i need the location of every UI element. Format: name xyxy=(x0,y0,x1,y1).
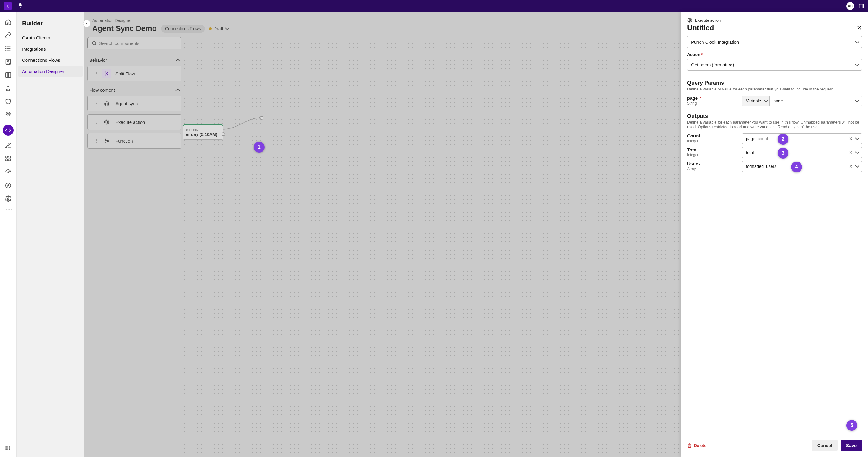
function-icon xyxy=(102,136,111,145)
status-dot-icon xyxy=(209,27,212,30)
home-icon[interactable] xyxy=(5,19,11,25)
drag-handle-icon[interactable]: ⋮⋮ xyxy=(91,71,98,76)
code-icon[interactable] xyxy=(3,125,13,136)
svg-marker-30 xyxy=(258,117,261,119)
notifications-icon[interactable] xyxy=(18,3,23,10)
link-icon[interactable] xyxy=(5,32,11,38)
extensions-icon[interactable] xyxy=(5,156,11,162)
chevron-down-icon xyxy=(764,98,768,102)
flow-edge xyxy=(221,116,264,131)
split-icon xyxy=(102,69,111,78)
component-split-flow[interactable]: ⋮⋮ Split Flow xyxy=(87,66,181,82)
trash-icon xyxy=(687,443,692,448)
action-label: Action* xyxy=(687,52,862,57)
globe-icon xyxy=(102,118,111,127)
outputs-title: Outputs xyxy=(687,113,862,119)
execute-action-panel: Execute action Untitled ✕ Punch Clock In… xyxy=(681,12,868,457)
book-icon[interactable] xyxy=(5,72,11,79)
chevron-down-icon xyxy=(855,136,859,140)
top-bar: t AC xyxy=(0,0,868,12)
clear-icon[interactable]: ✕ xyxy=(849,150,852,155)
param-value-select[interactable]: page xyxy=(770,96,862,106)
node-output-port[interactable] xyxy=(221,132,225,136)
collapse-sidebar-button[interactable] xyxy=(83,20,90,27)
svg-rect-19 xyxy=(6,447,7,448)
annotation-1: 1 xyxy=(254,142,265,153)
upload-icon[interactable] xyxy=(5,85,11,92)
node-title: er day (5:10AM) xyxy=(186,132,220,137)
svg-rect-20 xyxy=(7,447,8,448)
drag-handle-icon[interactable]: ⋮⋮ xyxy=(91,120,98,124)
section-flow-header[interactable]: Flow content xyxy=(87,84,181,96)
list-icon[interactable] xyxy=(5,45,11,52)
svg-point-5 xyxy=(6,47,6,47)
save-button[interactable]: Save xyxy=(841,440,862,451)
flow-node-trigger[interactable]: equency er day (5:10AM) xyxy=(183,124,223,140)
shield-icon[interactable] xyxy=(5,98,11,105)
flow-title: Agent Sync Demo xyxy=(92,24,157,33)
query-params-desc: Define a variable or value for each para… xyxy=(687,87,862,91)
svg-rect-22 xyxy=(6,449,7,450)
right-panel-toggle-icon[interactable] xyxy=(858,3,864,9)
section-behavior-header[interactable]: Behavior xyxy=(87,55,181,66)
delete-button[interactable]: Delete xyxy=(687,443,707,448)
cancel-button[interactable]: Cancel xyxy=(812,440,838,451)
close-button[interactable]: ✕ xyxy=(857,24,862,31)
svg-point-10 xyxy=(6,90,7,91)
fingerprint-icon[interactable] xyxy=(5,112,11,118)
search-input-field[interactable] xyxy=(99,41,178,46)
outputs-desc: Define a variable for each parameter you… xyxy=(687,120,862,129)
sidebar-item-integrations[interactable]: Integrations xyxy=(19,43,83,55)
drag-handle-icon[interactable]: ⋮⋮ xyxy=(91,101,98,106)
panel-title: Untitled xyxy=(687,24,714,32)
svg-point-11 xyxy=(9,90,10,91)
flow-type-badge: Connections Flows xyxy=(161,25,205,33)
app-logo[interactable]: t xyxy=(4,2,12,10)
drag-handle-icon[interactable]: ⋮⋮ xyxy=(91,139,98,143)
svg-rect-21 xyxy=(9,447,10,448)
sidebar-item-automation[interactable]: Automation Designer xyxy=(19,66,83,77)
sidebar-item-connections[interactable]: Connections Flows xyxy=(19,55,83,66)
search-components-input[interactable] xyxy=(87,37,181,49)
annotation-4: 4 xyxy=(791,161,802,173)
panel-type-label: Execute action xyxy=(695,18,721,23)
output-total-select[interactable]: total ✕ xyxy=(742,147,862,158)
chevron-up-icon xyxy=(176,59,180,63)
clear-icon[interactable]: ✕ xyxy=(849,136,852,141)
annotation-5: 5 xyxy=(846,420,857,431)
svg-rect-17 xyxy=(7,446,8,447)
output-name: Count xyxy=(687,133,738,139)
edit-icon[interactable] xyxy=(5,142,11,149)
component-function[interactable]: ⋮⋮ Function xyxy=(87,133,181,149)
param-type: String xyxy=(687,101,738,105)
sidebar-item-oauth[interactable]: OAuth Clients xyxy=(19,32,83,43)
param-mode-select[interactable]: Variable xyxy=(742,96,770,106)
svg-rect-24 xyxy=(9,449,10,450)
svg-rect-0 xyxy=(859,4,864,8)
gauge-icon[interactable] xyxy=(5,169,11,176)
annotation-2: 2 xyxy=(778,134,788,145)
svg-point-31 xyxy=(260,116,263,119)
user-avatar[interactable]: AC xyxy=(846,2,854,10)
status-label: Draft xyxy=(213,26,223,31)
param-name: page * xyxy=(687,96,738,101)
svg-point-26 xyxy=(92,41,96,44)
apps-grid-icon[interactable] xyxy=(5,445,11,452)
output-users-select[interactable]: formatted_users ✕ xyxy=(742,161,862,172)
compass-icon[interactable] xyxy=(5,182,11,189)
settings-icon[interactable] xyxy=(5,195,11,202)
action-select[interactable]: Get users (formatted) xyxy=(687,59,862,70)
svg-rect-16 xyxy=(6,446,7,447)
chevron-down-icon xyxy=(855,150,859,154)
svg-rect-18 xyxy=(9,446,10,447)
connection-select[interactable]: Punch Clock Integration xyxy=(687,36,862,48)
component-agent-sync[interactable]: ⋮⋮ Agent sync xyxy=(87,96,181,111)
output-type: Integer xyxy=(687,139,738,143)
output-count-select[interactable]: page_count ✕ xyxy=(742,133,862,144)
status-dropdown[interactable]: Draft xyxy=(209,26,228,31)
contacts-icon[interactable] xyxy=(5,59,11,65)
component-execute-action[interactable]: ⋮⋮ Execute action xyxy=(87,114,181,130)
clear-icon[interactable]: ✕ xyxy=(849,164,852,169)
builder-sidebar: Builder OAuth Clients Integrations Conne… xyxy=(17,12,84,457)
output-type: Array xyxy=(687,167,738,171)
